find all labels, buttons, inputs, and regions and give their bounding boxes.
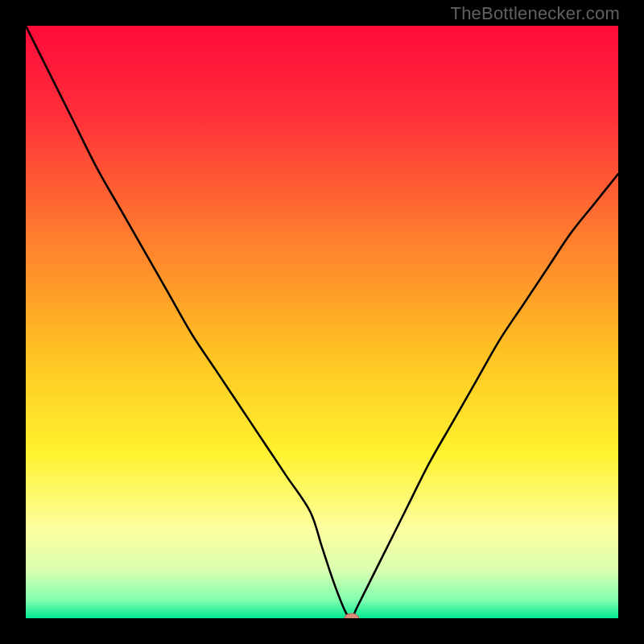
gradient-background: [26, 26, 618, 618]
watermark-text: TheBottlenecker.com: [451, 3, 620, 24]
bottleneck-plot: [26, 26, 618, 618]
chart-frame: TheBottlenecker.com: [0, 0, 644, 644]
